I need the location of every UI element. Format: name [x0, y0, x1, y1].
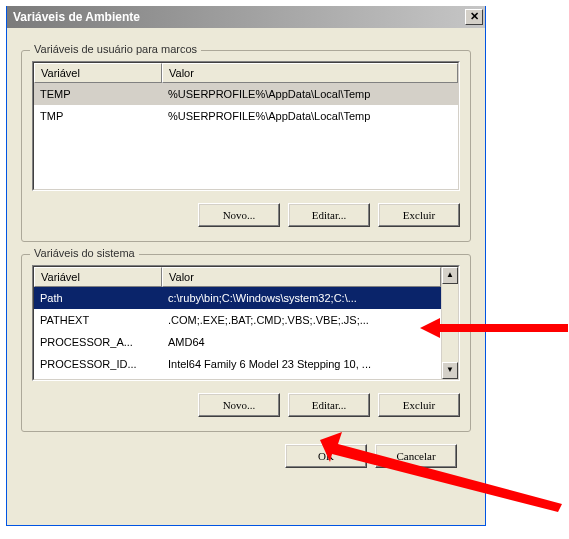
close-icon: ✕ [470, 10, 479, 22]
scroll-down-icon[interactable]: ▼ [442, 362, 458, 379]
system-list-header: Variável Valor [34, 267, 441, 287]
user-variables-group: Variáveis de usuário para marcos Variáve… [21, 50, 471, 242]
cell-value: Intel64 Family 6 Model 23 Stepping 10, .… [162, 358, 441, 370]
table-row[interactable]: Path c:\ruby\bin;C:\Windows\system32;C:\… [34, 287, 441, 309]
system-buttons-row: Novo... Editar... Excluir [32, 393, 460, 417]
table-row[interactable]: TMP %USERPROFILE%\AppData\Local\Temp [34, 105, 458, 127]
system-new-button[interactable]: Novo... [198, 393, 280, 417]
table-row[interactable]: TEMP %USERPROFILE%\AppData\Local\Temp [34, 83, 458, 105]
system-list-rows: Path c:\ruby\bin;C:\Windows\system32;C:\… [34, 287, 441, 379]
system-group-legend: Variáveis do sistema [30, 247, 139, 259]
col-header-variable[interactable]: Variável [34, 63, 162, 83]
user-list-rows: TEMP %USERPROFILE%\AppData\Local\Temp TM… [34, 83, 458, 189]
cell-value: %USERPROFILE%\AppData\Local\Temp [162, 110, 458, 122]
system-scrollbar[interactable]: ▲ ▼ [441, 267, 458, 379]
table-row[interactable]: PROCESSOR_A... AMD64 [34, 331, 441, 353]
col-header-variable[interactable]: Variável [34, 267, 162, 287]
system-variables-group: Variáveis do sistema Variável Valor Path [21, 254, 471, 432]
cell-variable: PATHEXT [34, 314, 162, 326]
user-variables-list[interactable]: Variável Valor TEMP %USERPROFILE%\AppDat… [32, 61, 460, 191]
col-header-value[interactable]: Valor [162, 267, 441, 287]
user-edit-button[interactable]: Editar... [288, 203, 370, 227]
cell-value: AMD64 [162, 336, 441, 348]
cell-variable: TEMP [34, 88, 162, 100]
user-buttons-row: Novo... Editar... Excluir [32, 203, 460, 227]
scroll-up-icon[interactable]: ▲ [442, 267, 458, 284]
cell-variable: Path [34, 292, 162, 304]
user-list-header: Variável Valor [34, 63, 458, 83]
cell-variable: PROCESSOR_A... [34, 336, 162, 348]
titlebar[interactable]: Variáveis de Ambiente ✕ [7, 6, 485, 28]
user-delete-button[interactable]: Excluir [378, 203, 460, 227]
table-row[interactable]: PROCESSOR_ID... Intel64 Family 6 Model 2… [34, 353, 441, 375]
cancel-button[interactable]: Cancelar [375, 444, 457, 468]
cell-variable: TMP [34, 110, 162, 122]
cell-value: .COM;.EXE;.BAT;.CMD;.VBS;.VBE;.JS;... [162, 314, 441, 326]
ok-button[interactable]: OK [285, 444, 367, 468]
user-group-legend: Variáveis de usuário para marcos [30, 43, 201, 55]
cell-variable: PROCESSOR_ID... [34, 358, 162, 370]
col-header-value[interactable]: Valor [162, 63, 458, 83]
user-new-button[interactable]: Novo... [198, 203, 280, 227]
system-edit-button[interactable]: Editar... [288, 393, 370, 417]
titlebar-text: Variáveis de Ambiente [13, 10, 465, 24]
table-row[interactable]: PATHEXT .COM;.EXE;.BAT;.CMD;.VBS;.VBE;.J… [34, 309, 441, 331]
system-delete-button[interactable]: Excluir [378, 393, 460, 417]
dialog-buttons-row: OK Cancelar [21, 432, 471, 468]
cell-value: %USERPROFILE%\AppData\Local\Temp [162, 88, 458, 100]
cell-value: c:\ruby\bin;C:\Windows\system32;C:\... [162, 292, 441, 304]
dialog-body: Variáveis de usuário para marcos Variáve… [7, 28, 485, 478]
scroll-track[interactable] [442, 284, 458, 362]
close-button[interactable]: ✕ [465, 9, 483, 25]
system-variables-list[interactable]: Variável Valor Path c:\ruby\bin;C:\Windo… [32, 265, 460, 381]
environment-variables-dialog: Variáveis de Ambiente ✕ Variáveis de usu… [6, 6, 486, 526]
